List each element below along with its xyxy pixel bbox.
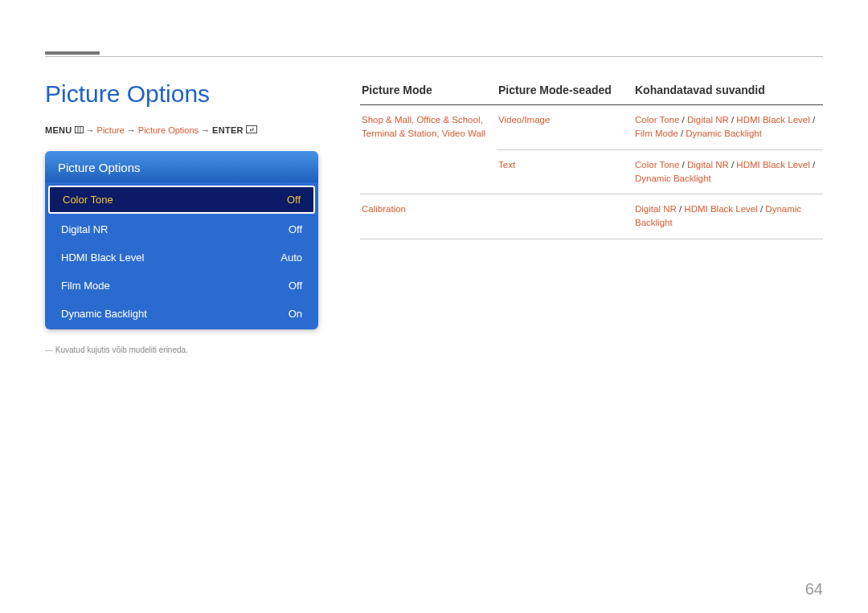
menu-item[interactable]: Color ToneOff	[48, 186, 315, 214]
menu-item[interactable]: Digital NROff	[47, 215, 317, 243]
page-number: 64	[805, 580, 823, 599]
table-cell-mode: Shop & Mall, Office & School, Terminal &…	[360, 105, 497, 194]
breadcrumb-enter-label: ENTER	[212, 125, 244, 135]
settings-menu-body: Color ToneOffDigital NROffHDMI Black Lev…	[45, 182, 318, 329]
svg-rect-0	[75, 126, 83, 133]
menu-item-label: Color Tone	[63, 194, 113, 206]
breadcrumb-arrow-3: →	[201, 125, 210, 135]
header-accent-rule	[45, 51, 100, 55]
table-row: CalibrationDigital NR / HDMI Black Level…	[360, 194, 823, 239]
menu-item-label: Dynamic Backlight	[61, 308, 147, 320]
menu-item-label: Digital NR	[61, 223, 108, 235]
menu-item-value: On	[289, 308, 302, 320]
breadcrumb: MENU → Picture → Picture Options → ENTER	[45, 125, 318, 135]
table-cell-setting: Text	[497, 149, 633, 194]
table-header-picture-mode: Picture Mode	[360, 80, 497, 105]
table-cell-setting	[497, 194, 633, 239]
menu-item-label: HDMI Black Level	[61, 251, 144, 264]
table-header-picture-mode-seaded: Picture Mode-seaded	[497, 80, 633, 105]
footnote: Kuvatud kujutis võib mudeliti erineda.	[45, 345, 318, 354]
menu-item[interactable]: Dynamic BacklightOn	[47, 300, 317, 328]
table-cell-mode: Calibration	[360, 194, 497, 239]
menu-item-value: Off	[289, 280, 302, 292]
menu-item-label: Film Mode	[61, 280, 110, 292]
table-cell-options: Color Tone / Digital NR / HDMI Black Lev…	[633, 149, 823, 194]
table-header-kohandatavad: Kohandatavad suvandid	[633, 80, 823, 105]
options-table: Picture Mode Picture Mode-seaded Kohanda…	[360, 80, 823, 239]
settings-menu-panel: Picture Options Color ToneOffDigital NRO…	[45, 151, 318, 329]
breadcrumb-picture: Picture	[97, 125, 125, 135]
menu-item[interactable]: HDMI Black LevelAuto	[47, 243, 317, 272]
menu-item-value: Off	[289, 223, 302, 235]
table-cell-setting: Video/Image	[497, 105, 633, 150]
breadcrumb-arrow-2: →	[127, 125, 136, 135]
breadcrumb-arrow-1: →	[86, 125, 95, 135]
enter-icon	[246, 125, 257, 135]
header-rule	[45, 56, 823, 57]
page-title: Picture Options	[45, 80, 318, 108]
breadcrumb-menu-label: MENU	[45, 125, 72, 135]
table-cell-options: Digital NR / HDMI Black Level / Dynamic …	[633, 194, 823, 239]
breadcrumb-picture-options: Picture Options	[138, 125, 199, 135]
menu-item[interactable]: Film ModeOff	[47, 272, 317, 300]
table-row: Shop & Mall, Office & School, Terminal &…	[360, 105, 823, 150]
table-cell-options: Color Tone / Digital NR / HDMI Black Lev…	[633, 105, 823, 150]
menu-item-value: Auto	[280, 251, 302, 264]
svg-rect-3	[246, 126, 256, 133]
menu-item-value: Off	[287, 194, 301, 206]
settings-menu-header: Picture Options	[45, 151, 318, 182]
menu-grid-icon	[75, 126, 84, 135]
